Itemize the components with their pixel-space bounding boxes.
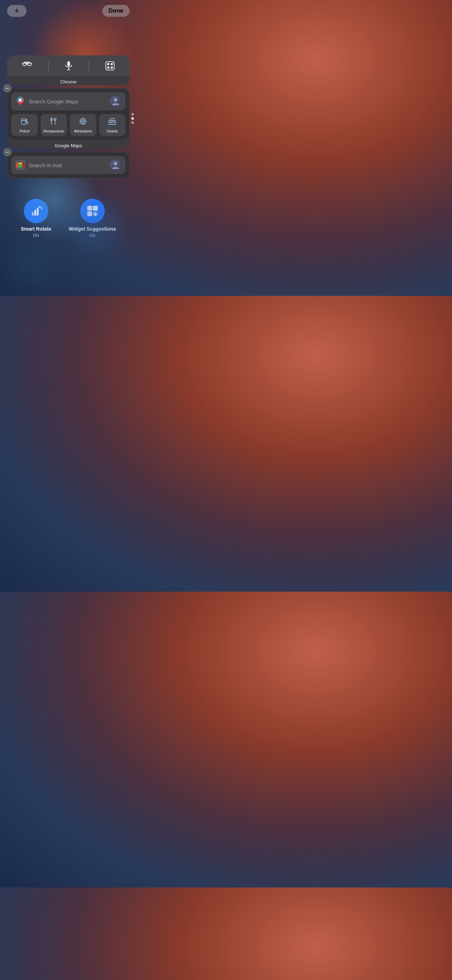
- svg-rect-19: [21, 119, 25, 124]
- page-dot-3: [131, 121, 134, 124]
- restaurants-label: Restaurants: [43, 129, 64, 133]
- attractions-label: Attractions: [74, 129, 92, 133]
- svg-rect-13: [107, 67, 109, 69]
- hotels-label: Hotels: [107, 129, 118, 133]
- toolbar-divider-2: [89, 61, 89, 71]
- add-widget-button[interactable]: +: [7, 5, 27, 17]
- category-petrol-button[interactable]: Petrol: [11, 114, 38, 136]
- svg-point-30: [82, 121, 84, 122]
- svg-point-18: [114, 98, 118, 102]
- page-dot-1: [131, 113, 134, 115]
- maps-widget-wrapper: −: [7, 88, 130, 149]
- maps-categories: Petrol Restaurants: [11, 114, 126, 136]
- gmail-search-row[interactable]: Search in mail: [11, 156, 126, 174]
- maps-widget-label: Google Maps: [7, 140, 130, 149]
- gmail-user-avatar: [110, 159, 121, 171]
- svg-rect-14: [111, 67, 113, 69]
- maps-user-avatar: [110, 96, 121, 107]
- remove-maps-widget-button[interactable]: −: [3, 84, 11, 92]
- maps-widget: Search Google Maps: [8, 89, 129, 140]
- tabs-grid-icon[interactable]: [105, 61, 115, 70]
- svg-point-17: [19, 99, 22, 102]
- petrol-icon: [21, 118, 29, 127]
- svg-point-32: [110, 122, 112, 123]
- svg-rect-12: [111, 63, 113, 65]
- maps-logo-icon: [16, 96, 25, 106]
- petrol-label: Petrol: [19, 129, 29, 133]
- category-attractions-button[interactable]: Attractions: [70, 114, 96, 136]
- chrome-widget-label: Chrome: [7, 76, 130, 85]
- bg-blob-4: [0, 233, 63, 296]
- gmail-widget-wrapper: −: [7, 152, 130, 178]
- gmail-widget: Search in mail: [8, 153, 129, 178]
- svg-rect-6: [25, 63, 29, 64]
- microphone-icon[interactable]: [65, 61, 73, 70]
- page-dot-2: [131, 117, 134, 119]
- done-button[interactable]: Done: [102, 5, 130, 17]
- bg-blob-3: [60, 191, 130, 261]
- hotels-icon: [108, 118, 116, 127]
- attractions-icon: [79, 118, 87, 127]
- page-container: + Done: [0, 0, 137, 296]
- category-hotels-button[interactable]: Hotels: [99, 114, 126, 136]
- remove-gmail-widget-button[interactable]: −: [3, 148, 11, 156]
- widgets-area: Chrome −: [7, 56, 130, 181]
- toolbar-divider-1: [48, 61, 49, 71]
- svg-rect-11: [107, 63, 109, 65]
- page-dots: [131, 113, 134, 124]
- gmail-logo-icon: [16, 160, 25, 170]
- maps-search-placeholder: Search Google Maps: [29, 99, 107, 105]
- maps-search-row[interactable]: Search Google Maps: [11, 92, 126, 110]
- chrome-toolbar: [7, 56, 130, 76]
- svg-rect-5: [24, 62, 30, 63]
- svg-rect-7: [67, 61, 70, 66]
- svg-rect-10: [106, 62, 114, 70]
- chrome-widget: Chrome: [7, 56, 130, 85]
- svg-point-38: [114, 162, 118, 165]
- incognito-icon[interactable]: [22, 62, 32, 70]
- gmail-search-placeholder: Search in mail: [29, 162, 107, 168]
- category-restaurants-button[interactable]: Restaurants: [41, 114, 67, 136]
- restaurants-icon: [50, 118, 57, 127]
